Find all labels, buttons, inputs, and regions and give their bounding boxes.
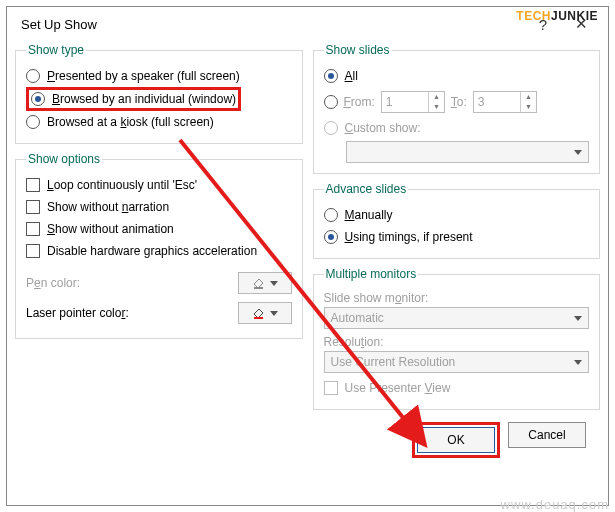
monitor-label: Slide show monitor: (324, 289, 590, 307)
svg-rect-1 (254, 317, 263, 319)
chevron-down-icon (270, 281, 278, 286)
show-slides-group: Show slides All From: ▲▼ To: ▲▼ (313, 43, 601, 174)
radio-icon (324, 208, 338, 222)
checkbox-icon (26, 222, 40, 236)
check-no-narration[interactable]: Show without narration (26, 196, 292, 218)
highlight-browsed-individual: Browsed by an individual (window) (26, 87, 241, 111)
radio-custom-show: Custom show: (324, 117, 590, 139)
pen-color-label: Pen color: (26, 276, 80, 290)
chevron-down-icon (270, 311, 278, 316)
checkbox-icon (26, 200, 40, 214)
radio-advance-manually[interactable]: Manually (324, 204, 590, 226)
radio-advance-timings[interactable]: Using timings, if present (324, 226, 590, 248)
advance-legend: Advance slides (324, 182, 409, 196)
radio-from-to[interactable]: From: ▲▼ To: ▲▼ (324, 87, 590, 117)
show-slides-legend: Show slides (324, 43, 392, 57)
monitors-legend: Multiple monitors (324, 267, 419, 281)
bucket-icon (252, 276, 266, 290)
radio-icon (31, 92, 45, 106)
chevron-down-icon[interactable]: ▼ (429, 102, 444, 112)
radio-presented-speaker[interactable]: Presented by a speaker (full screen) (26, 65, 292, 87)
check-no-hw-accel[interactable]: Disable hardware graphics acceleration (26, 240, 292, 262)
show-type-group: Show type Presented by a speaker (full s… (15, 43, 303, 144)
radio-browsed-individual[interactable]: Browsed by an individual (window) (52, 92, 236, 106)
radio-all-slides[interactable]: All (324, 65, 590, 87)
chevron-up-icon[interactable]: ▲ (429, 92, 444, 102)
show-options-group: Show options Loop continuously until 'Es… (15, 152, 303, 339)
ok-button[interactable]: OK (417, 427, 495, 453)
checkbox-icon (26, 244, 40, 258)
laser-color-label: Laser pointer color: (26, 306, 129, 320)
dialog-title: Set Up Show (21, 17, 524, 32)
monitor-select: Automatic (324, 307, 590, 329)
radio-browsed-kiosk[interactable]: Browsed at a kiosk (full screen) (26, 111, 292, 133)
radio-icon (26, 69, 40, 83)
show-type-legend: Show type (26, 43, 86, 57)
chevron-down-icon (574, 316, 582, 321)
from-spinner[interactable]: ▲▼ (381, 91, 445, 113)
resolution-label: Resolution: (324, 329, 590, 351)
resolution-select: Use Current Resolution (324, 351, 590, 373)
laser-color-picker[interactable] (238, 302, 292, 324)
chevron-down-icon[interactable]: ▼ (521, 102, 536, 112)
checkbox-icon (26, 178, 40, 192)
highlight-ok-button: OK (412, 422, 500, 458)
radio-icon (324, 230, 338, 244)
check-presenter-view: Use Presenter View (324, 377, 590, 399)
bucket-icon (252, 306, 266, 320)
svg-rect-0 (254, 287, 263, 289)
techjunkie-logo: TECHJUNKIE (516, 9, 598, 23)
show-options-legend: Show options (26, 152, 102, 166)
advance-slides-group: Advance slides Manually Using timings, i… (313, 182, 601, 259)
radio-icon (26, 115, 40, 129)
custom-show-select (346, 141, 590, 163)
radio-icon (324, 69, 338, 83)
radio-icon (324, 121, 338, 135)
pen-color-picker[interactable] (238, 272, 292, 294)
radio-icon (324, 95, 338, 109)
check-no-animation[interactable]: Show without animation (26, 218, 292, 240)
multiple-monitors-group: Multiple monitors Slide show monitor: Au… (313, 267, 601, 410)
cancel-button[interactable]: Cancel (508, 422, 586, 448)
chevron-down-icon (574, 150, 582, 155)
chevron-up-icon[interactable]: ▲ (521, 92, 536, 102)
checkbox-icon (324, 381, 338, 395)
check-loop[interactable]: Loop continuously until 'Esc' (26, 174, 292, 196)
to-spinner[interactable]: ▲▼ (473, 91, 537, 113)
watermark: www.deuaq.com (501, 497, 609, 512)
chevron-down-icon (574, 360, 582, 365)
